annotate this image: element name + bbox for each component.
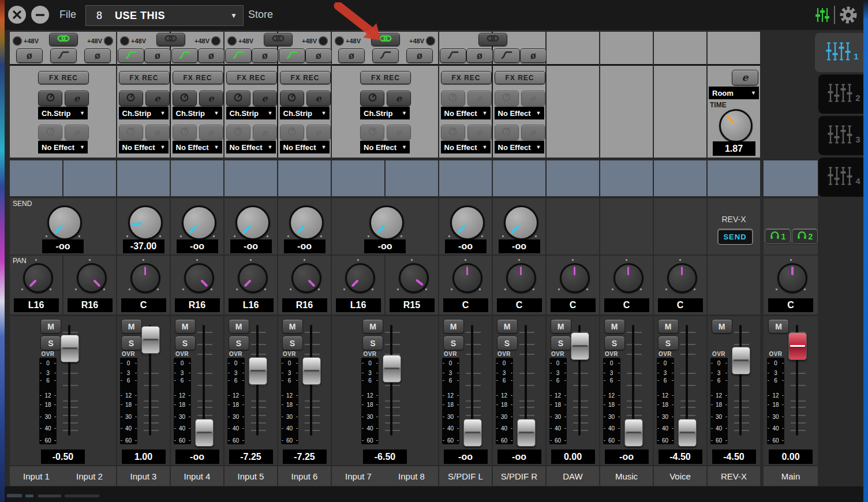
solo-button[interactable]: S: [229, 336, 249, 350]
fx-insert2-power-button[interactable]: [441, 125, 465, 140]
fader-thumb[interactable]: [141, 326, 160, 354]
close-button[interactable]: [8, 6, 26, 24]
mixer-view-icon[interactable]: [814, 6, 831, 24]
revx-time-knob[interactable]: [719, 109, 753, 143]
fader-thumb[interactable]: [463, 419, 482, 447]
fx-insert1-edit-button[interactable]: e: [387, 91, 411, 106]
send-knob[interactable]: [369, 205, 404, 240]
send-knob[interactable]: [289, 205, 324, 240]
scene-tab-2[interactable]: 2: [818, 74, 868, 114]
fx-insert1-power-button[interactable]: [173, 91, 197, 106]
pan-knob[interactable]: [506, 263, 536, 293]
fx-insert1-power-button[interactable]: [360, 91, 384, 106]
mute-button[interactable]: M: [551, 319, 571, 334]
fx-insert1-edit-button[interactable]: e: [199, 91, 223, 106]
fader-thumb[interactable]: [624, 419, 643, 447]
phase-button[interactable]: ø: [16, 48, 43, 63]
fx-insert2-power-button[interactable]: [38, 125, 62, 140]
phase-button[interactable]: ø: [198, 48, 225, 63]
hpf-button[interactable]: [493, 48, 520, 63]
send-knob[interactable]: [182, 205, 216, 240]
fx-slot2-select[interactable]: No Effect▼: [441, 141, 491, 153]
mute-button[interactable]: M: [121, 319, 142, 334]
hpf-button[interactable]: [118, 48, 144, 63]
phase-button[interactable]: ø: [252, 48, 278, 63]
mute-button[interactable]: M: [443, 319, 464, 334]
fader-thumb[interactable]: [249, 357, 267, 385]
fx-rec-button[interactable]: FX REC: [173, 71, 223, 84]
fader-thumb[interactable]: [302, 357, 321, 385]
pan-knob[interactable]: [777, 263, 807, 293]
fader-thumb[interactable]: [732, 347, 750, 374]
mute-button[interactable]: M: [768, 319, 789, 334]
fx-insert2-power-button[interactable]: [360, 125, 384, 140]
mute-button[interactable]: M: [712, 319, 732, 334]
fx-insert1-power-button[interactable]: [226, 91, 250, 106]
solo-button[interactable]: S: [658, 336, 679, 350]
fx-insert2-power-button[interactable]: [280, 125, 304, 140]
fx-slot2-select[interactable]: No Effect▼: [360, 141, 410, 153]
fx-rec-button[interactable]: FX REC: [495, 71, 545, 84]
fx-insert1-power-button[interactable]: [441, 91, 465, 106]
fx-slot1-select[interactable]: No Effect▼: [495, 107, 544, 119]
fader-thumb[interactable]: [788, 332, 807, 360]
fx-insert2-edit-button[interactable]: e: [521, 125, 545, 140]
fx-insert1-power-button[interactable]: [119, 91, 143, 106]
solo-button[interactable]: S: [604, 336, 625, 350]
fx-slot2-select[interactable]: No Effect▼: [119, 141, 169, 153]
phase-button[interactable]: ø: [305, 48, 332, 63]
fx-rec-button[interactable]: FX REC: [226, 71, 277, 84]
stereo-link-button[interactable]: [49, 33, 78, 46]
fader-thumb[interactable]: [571, 332, 589, 360]
fader-track[interactable]: [739, 325, 742, 436]
fx-insert2-power-button[interactable]: [173, 125, 197, 140]
phones-1-button[interactable]: 1: [765, 228, 791, 244]
solo-button[interactable]: S: [551, 336, 571, 350]
revx-edit-button[interactable]: e: [732, 70, 758, 85]
pan-knob[interactable]: [23, 263, 53, 293]
mute-button[interactable]: M: [658, 319, 679, 334]
fader-thumb[interactable]: [61, 335, 79, 362]
fader-thumb[interactable]: [383, 355, 401, 383]
stereo-link-button[interactable]: [264, 33, 293, 46]
phase-button[interactable]: ø: [406, 48, 433, 63]
phase-button[interactable]: ø: [520, 48, 547, 63]
fx-insert1-power-button[interactable]: [38, 91, 62, 106]
send-knob[interactable]: [450, 205, 485, 240]
hpf-button[interactable]: [372, 48, 399, 63]
fx-slot1-select[interactable]: Ch.Strip▼: [173, 107, 222, 119]
fx-insert1-edit-button[interactable]: e: [467, 91, 492, 106]
fx-slot2-select[interactable]: No Effect▼: [173, 141, 222, 153]
pan-knob[interactable]: [667, 263, 697, 293]
fx-insert2-power-button[interactable]: [495, 125, 519, 140]
fx-slot2-select[interactable]: No Effect▼: [38, 141, 88, 153]
solo-button[interactable]: S: [175, 336, 196, 350]
fx-insert2-edit-button[interactable]: e: [199, 125, 223, 140]
fx-insert2-power-button[interactable]: [226, 125, 250, 140]
fx-insert1-edit-button[interactable]: e: [65, 91, 89, 106]
fx-insert2-edit-button[interactable]: e: [65, 125, 89, 140]
fx-insert1-edit-button[interactable]: e: [521, 91, 545, 106]
hpf-button[interactable]: [279, 48, 305, 63]
mute-button[interactable]: M: [175, 319, 196, 334]
fx-insert2-edit-button[interactable]: e: [387, 125, 411, 140]
minimize-button[interactable]: [31, 6, 49, 24]
scene-tab-4[interactable]: 4: [818, 158, 868, 197]
send-knob[interactable]: [235, 205, 270, 240]
fx-slot1-select[interactable]: Ch.Strip▼: [360, 107, 410, 119]
stereo-link-button[interactable]: [371, 33, 400, 46]
mute-button[interactable]: M: [497, 319, 518, 334]
fx-slot1-select[interactable]: Ch.Strip▼: [226, 107, 276, 119]
fx-slot2-select[interactable]: No Effect▼: [280, 141, 330, 153]
fx-insert1-edit-button[interactable]: e: [253, 91, 277, 106]
phase-button[interactable]: ø: [338, 48, 365, 63]
fx-slot1-select[interactable]: Ch.Strip▼: [119, 107, 169, 119]
fx-slot1-select[interactable]: Ch.Strip▼: [38, 107, 88, 119]
scene-tab-1[interactable]: 1: [815, 33, 868, 72]
mute-button[interactable]: M: [229, 319, 249, 334]
solo-button[interactable]: S: [121, 336, 142, 350]
solo-button[interactable]: S: [497, 336, 518, 350]
solo-button[interactable]: S: [443, 336, 464, 350]
fx-slot2-select[interactable]: No Effect▼: [226, 141, 276, 153]
pan-knob[interactable]: [291, 263, 321, 293]
